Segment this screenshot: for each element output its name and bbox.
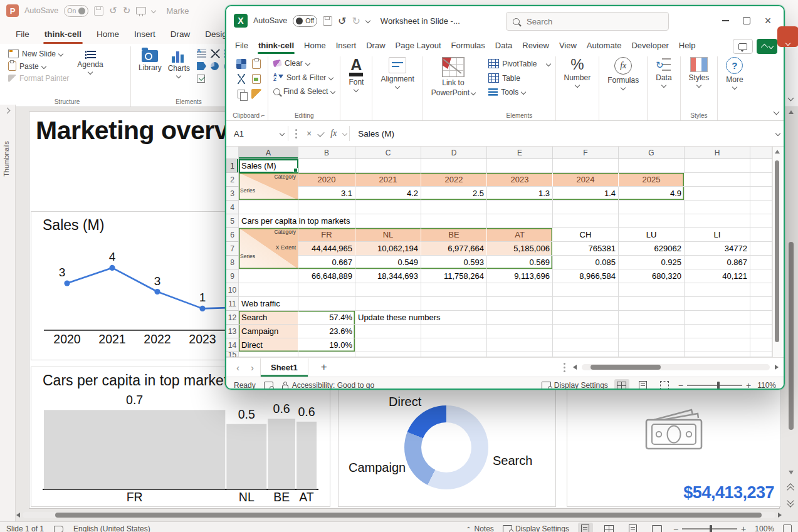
tab-file[interactable]: File (9, 24, 36, 44)
sheet-tab-sheet1[interactable]: Sheet1 (260, 358, 308, 377)
cell-E6[interactable]: AT (487, 228, 553, 242)
slideshow-view-button[interactable] (649, 523, 664, 532)
confirm-entry-icon[interactable] (318, 130, 325, 137)
normal-grid-view-button[interactable] (614, 379, 629, 390)
cell-H15[interactable] (685, 352, 750, 357)
scroll-up-icon[interactable] (789, 110, 794, 114)
sheet-scroll-right-icon[interactable] (775, 365, 779, 370)
cell-E1[interactable] (487, 159, 553, 173)
ppt-vscroll-thumb[interactable] (789, 242, 794, 430)
sort-filter-button[interactable]: AZ Sort & Filter (273, 73, 335, 82)
tab-home[interactable]: Home (299, 37, 331, 54)
cell-H6[interactable]: LI (685, 228, 750, 242)
tab-insert[interactable]: Insert (127, 24, 162, 44)
row-header-5[interactable]: 5 (226, 214, 239, 228)
cell-A10[interactable] (239, 283, 298, 297)
cell-H13[interactable] (685, 325, 750, 338)
cell-D5[interactable] (421, 214, 487, 228)
cell-C10[interactable] (355, 283, 421, 297)
language-indicator[interactable]: English (United States) (73, 524, 150, 532)
cell-F8[interactable]: 0.085 (553, 256, 619, 269)
row-header-4[interactable]: 4 (226, 201, 239, 214)
cell-C7[interactable]: 10,062,194 (355, 242, 421, 256)
cell-G5[interactable] (619, 214, 685, 228)
column-header-A[interactable]: A (239, 147, 298, 159)
row-header-11[interactable]: 11 (226, 297, 239, 311)
cell-B13[interactable]: 23.6% (298, 325, 355, 338)
paste-icon[interactable] (252, 59, 261, 69)
comments-button[interactable] (733, 39, 753, 54)
column-header-F[interactable]: F (553, 147, 619, 159)
row-header-6[interactable]: 6 (226, 228, 239, 242)
next-sheet-icon[interactable]: › (246, 362, 259, 373)
accessibility-status[interactable]: Accessibility: Good to go (281, 381, 374, 390)
tab-automate[interactable]: Automate (582, 37, 627, 54)
ppt-hscroll-thumb[interactable] (55, 513, 762, 518)
tab-think-cell[interactable]: think-cell (38, 24, 88, 44)
pivottable-button[interactable]: PivotTable (488, 59, 550, 68)
ppt-zoom-slider[interactable]: − + (673, 524, 746, 532)
column-header-D[interactable]: D (421, 147, 487, 159)
page-break-view-button[interactable] (657, 379, 672, 390)
cell-A14[interactable]: Direct (239, 338, 298, 352)
format-painter-button[interactable]: Format Painter (8, 74, 69, 83)
xl-quick-access-chevron-icon[interactable] (365, 18, 370, 23)
undo-icon[interactable]: ↺ (109, 5, 117, 16)
paste-button[interactable]: Paste (8, 61, 69, 71)
row-header-12[interactable]: 12 (226, 311, 239, 325)
charts-button[interactable]: Charts (165, 48, 193, 98)
cell-F2[interactable]: 2024 (553, 173, 619, 187)
tab-developer[interactable]: Developer (626, 37, 673, 54)
cell-C12[interactable]: Update these numbers (355, 311, 421, 325)
xl-share-button[interactable] (757, 39, 777, 54)
cell-G13[interactable] (619, 325, 685, 338)
cell-D4[interactable] (421, 201, 487, 214)
library-button[interactable]: Library (135, 48, 165, 98)
cell-G7[interactable]: 629062 (619, 242, 685, 256)
cell-B2[interactable]: 2020 (298, 173, 355, 187)
grid-select-all-corner[interactable] (226, 147, 239, 159)
ppt-display-settings-button[interactable]: Display Settings (503, 524, 569, 532)
cancel-entry-icon[interactable]: × (307, 129, 312, 138)
xl-undo-icon[interactable]: ↺ (338, 15, 346, 27)
cell-E12[interactable] (487, 311, 553, 325)
row-header-15[interactable]: 15 (226, 352, 239, 357)
sheet-scroll-left-icon[interactable] (573, 365, 577, 370)
cell-A4[interactable] (239, 201, 298, 214)
cell-B6[interactable]: FR (298, 228, 355, 242)
xl-display-settings-button[interactable]: Display Settings (542, 381, 608, 390)
tab-insert[interactable]: Insert (331, 37, 362, 54)
table-button[interactable]: Table (488, 73, 550, 83)
cell-C13[interactable] (355, 325, 421, 338)
cell-D11[interactable] (421, 297, 487, 311)
row-header-3[interactable]: 3 (226, 187, 239, 201)
cell-F1[interactable] (553, 159, 619, 173)
cell-D3[interactable]: 2.5 (421, 187, 487, 201)
tab-help[interactable]: Help (674, 37, 701, 54)
ppt-share-button[interactable] (777, 26, 798, 47)
column-header-E[interactable]: E (487, 147, 553, 159)
row-header-1[interactable]: 1 (226, 159, 239, 173)
styles-button[interactable]: Styles (686, 57, 713, 87)
cell-C9[interactable]: 18,344,693 (355, 269, 421, 283)
cell-A9[interactable] (239, 269, 298, 283)
formula-bar-expand-icon[interactable] (775, 131, 780, 136)
cell-C11[interactable] (355, 297, 421, 311)
cell-H11[interactable] (685, 297, 750, 311)
cell-E8[interactable]: 0.569 (487, 256, 553, 269)
ppt-zoom-level[interactable]: 100% (755, 524, 774, 532)
cell-F10[interactable] (553, 283, 619, 297)
cell-E5[interactable] (487, 214, 553, 228)
cell-F11[interactable] (553, 297, 619, 311)
cell-B4[interactable] (298, 201, 355, 214)
link-to-powerpoint-button[interactable]: Link to PowerPoint (428, 57, 478, 97)
search-input[interactable] (525, 16, 634, 27)
cell-C4[interactable] (355, 201, 421, 214)
cell-B9[interactable]: 66,648,889 (298, 269, 355, 283)
cell-E11[interactable] (487, 297, 553, 311)
cell-G9[interactable]: 680,320 (619, 269, 685, 283)
row-header-14[interactable]: 14 (226, 338, 239, 352)
close-button[interactable]: × (757, 11, 779, 30)
cell-F3[interactable]: 1.4 (553, 187, 619, 201)
cell-F7[interactable]: 765381 (553, 242, 619, 256)
